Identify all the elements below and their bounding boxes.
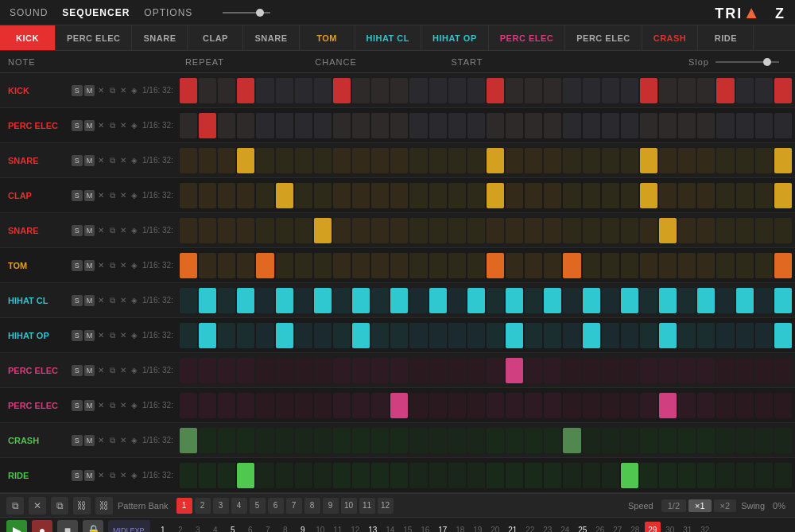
cell-3-6[interactable] — [295, 183, 312, 208]
btn-copy-0[interactable]: ⧉ — [107, 85, 117, 96]
cell-4-23[interactable] — [621, 218, 638, 243]
cell-2-15[interactable] — [467, 148, 485, 173]
cell-4-2[interactable] — [218, 218, 235, 243]
cell-11-20[interactable] — [563, 463, 580, 488]
cell-7-2[interactable] — [218, 323, 235, 348]
cell-5-22[interactable] — [602, 253, 619, 278]
btn-edit-9[interactable]: ✕ — [96, 400, 106, 411]
step-num-5[interactable]: 5 — [225, 522, 241, 533]
btn-mute-0[interactable]: ✕ — [118, 85, 128, 96]
cell-1-26[interactable] — [678, 113, 696, 138]
btn-m-4[interactable]: M — [84, 225, 95, 236]
cell-6-0[interactable] — [180, 288, 197, 313]
cell-2-17[interactable] — [506, 148, 523, 173]
cell-1-27[interactable] — [697, 113, 715, 138]
cell-6-18[interactable] — [525, 288, 542, 313]
cell-10-31[interactable] — [774, 428, 792, 453]
cell-5-10[interactable] — [371, 253, 389, 278]
cell-6-17[interactable] — [506, 288, 523, 313]
cell-4-10[interactable] — [371, 218, 389, 243]
cell-4-11[interactable] — [390, 218, 408, 243]
cell-9-7[interactable] — [314, 393, 332, 418]
cell-9-17[interactable] — [506, 393, 523, 418]
cell-8-22[interactable] — [602, 358, 619, 383]
cell-2-20[interactable] — [563, 148, 580, 173]
cell-0-4[interactable] — [256, 78, 273, 103]
cell-8-17[interactable] — [506, 358, 523, 383]
cell-5-20[interactable] — [563, 253, 580, 278]
cell-1-28[interactable] — [716, 113, 734, 138]
btn-m-7[interactable]: M — [84, 330, 95, 341]
cell-9-22[interactable] — [602, 393, 619, 418]
cell-6-10[interactable] — [371, 288, 389, 313]
step-num-13[interactable]: 13 — [365, 522, 381, 533]
btn-copy-11[interactable]: ⧉ — [107, 470, 117, 481]
speed-btn-12[interactable]: 1/2 — [661, 499, 686, 512]
cell-3-20[interactable] — [563, 183, 580, 208]
cell-0-23[interactable] — [621, 78, 638, 103]
cell-9-10[interactable] — [371, 393, 389, 418]
cell-2-30[interactable] — [755, 148, 773, 173]
cell-2-2[interactable] — [218, 148, 235, 173]
cell-1-5[interactable] — [276, 113, 293, 138]
cell-0-14[interactable] — [448, 78, 466, 103]
cell-8-12[interactable] — [409, 358, 427, 383]
cell-8-5[interactable] — [276, 358, 293, 383]
cell-0-30[interactable] — [755, 78, 773, 103]
cell-11-5[interactable] — [276, 463, 293, 488]
step-num-18[interactable]: 18 — [452, 522, 468, 533]
cell-4-19[interactable] — [544, 218, 561, 243]
btn-copy-5[interactable]: ⧉ — [107, 260, 117, 271]
cell-7-4[interactable] — [256, 323, 273, 348]
btn-solo-1[interactable]: ◈ — [130, 120, 139, 131]
step-num-12[interactable]: 12 — [347, 522, 363, 533]
cell-2-18[interactable] — [525, 148, 542, 173]
cell-9-9[interactable] — [352, 393, 370, 418]
cell-5-31[interactable] — [774, 253, 792, 278]
btn-solo-5[interactable]: ◈ — [130, 260, 139, 271]
cell-1-2[interactable] — [218, 113, 235, 138]
cell-10-18[interactable] — [525, 428, 542, 453]
cell-3-14[interactable] — [448, 183, 466, 208]
tab-perc-elec-9[interactable]: PERC ELEC — [565, 25, 642, 50]
cell-11-21[interactable] — [583, 463, 600, 488]
cell-7-28[interactable] — [716, 323, 734, 348]
cell-11-17[interactable] — [506, 463, 523, 488]
cell-6-1[interactable] — [199, 288, 216, 313]
cell-6-16[interactable] — [487, 288, 504, 313]
cell-8-3[interactable] — [237, 358, 254, 383]
step-num-6[interactable]: 6 — [242, 522, 258, 533]
cell-3-29[interactable] — [736, 183, 754, 208]
cell-5-9[interactable] — [352, 253, 370, 278]
midi-exp-button[interactable]: MIDI EXP. — [108, 520, 150, 533]
cell-9-6[interactable] — [295, 393, 312, 418]
cell-2-12[interactable] — [409, 148, 427, 173]
btn-mute-8[interactable]: ✕ — [118, 365, 128, 376]
menu-options[interactable]: OPTIONS — [144, 7, 192, 18]
btn-copy-6[interactable]: ⧉ — [107, 295, 117, 306]
menu-sound[interactable]: SOUND — [10, 7, 48, 18]
cell-4-27[interactable] — [697, 218, 715, 243]
cell-1-0[interactable] — [180, 113, 197, 138]
cell-3-27[interactable] — [697, 183, 715, 208]
cell-4-24[interactable] — [640, 218, 657, 243]
cell-4-1[interactable] — [199, 218, 216, 243]
btn-edit-8[interactable]: ✕ — [96, 365, 106, 376]
btn-s-2[interactable]: S — [72, 155, 83, 166]
bank-btn-12[interactable]: 12 — [378, 498, 394, 514]
btn-copy-7[interactable]: ⧉ — [107, 330, 117, 341]
cell-7-18[interactable] — [525, 323, 542, 348]
cell-2-10[interactable] — [371, 148, 389, 173]
btn-s-8[interactable]: S — [72, 365, 83, 376]
speed-btn-×1[interactable]: ×1 — [688, 499, 712, 512]
btn-mute-1[interactable]: ✕ — [118, 120, 128, 131]
btn-m-0[interactable]: M — [84, 85, 95, 96]
cell-10-14[interactable] — [448, 428, 466, 453]
btn-m-11[interactable]: M — [84, 470, 95, 481]
cell-1-25[interactable] — [659, 113, 677, 138]
cell-9-28[interactable] — [716, 393, 734, 418]
cell-1-30[interactable] — [755, 113, 773, 138]
cell-3-11[interactable] — [390, 183, 408, 208]
cell-6-20[interactable] — [563, 288, 580, 313]
cell-7-0[interactable] — [180, 323, 197, 348]
